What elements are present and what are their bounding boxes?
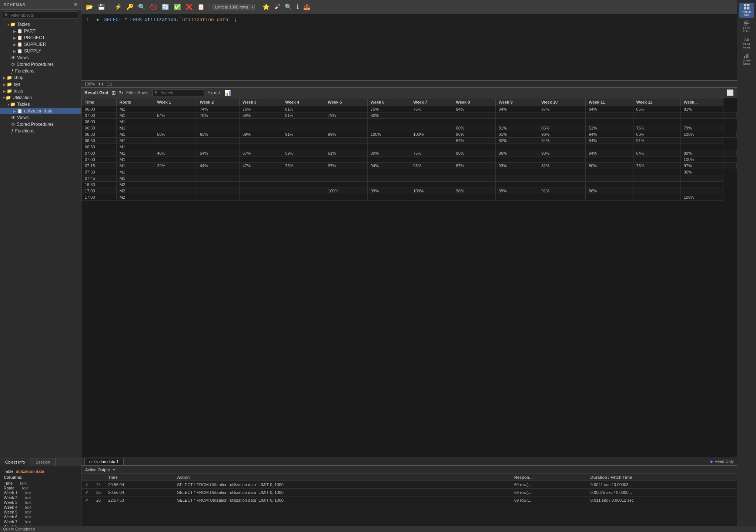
table-cell[interactable] <box>282 144 325 150</box>
query-stats-btn[interactable]: QueryStats <box>739 52 754 67</box>
result-grid-btn[interactable]: ResultGrid <box>739 3 754 18</box>
table-cell[interactable]: 06:30 <box>82 131 117 138</box>
copy-btn[interactable]: 📋 <box>196 3 206 11</box>
table-cell[interactable] <box>495 169 538 175</box>
table-cell[interactable]: 84% <box>586 138 633 144</box>
table-cell[interactable]: 86% <box>453 150 495 156</box>
table-cell[interactable] <box>367 125 410 131</box>
result-search-input[interactable] <box>153 90 204 96</box>
save-btn[interactable]: 💾 <box>96 3 107 11</box>
table-cell[interactable]: 76% <box>633 125 680 131</box>
table-cell[interactable]: M1 <box>116 169 154 175</box>
table-cell[interactable] <box>154 194 197 201</box>
table-cell[interactable]: 86% <box>495 150 538 156</box>
sidebar-item-SUPPLIER[interactable]: ▶ 📋 SUPPLIER <box>0 41 81 48</box>
table-cell[interactable] <box>325 144 367 150</box>
table-cell[interactable]: 74% <box>197 106 239 112</box>
execute-btn[interactable]: ⚡ <box>113 3 123 11</box>
table-cell[interactable]: 07:00 <box>82 156 117 163</box>
table-cell[interactable] <box>680 182 723 188</box>
table-cell[interactable]: 75% <box>410 150 453 156</box>
table-cell[interactable] <box>633 144 680 150</box>
check-btn[interactable]: ✅ <box>172 3 183 11</box>
table-cell[interactable] <box>325 169 367 175</box>
table-cell[interactable]: 98% <box>453 188 495 194</box>
table-cell[interactable]: 99% <box>495 188 538 194</box>
table-cell[interactable] <box>538 156 586 163</box>
table-cell[interactable] <box>495 194 538 201</box>
table-cell[interactable] <box>586 194 633 201</box>
table-cell[interactable]: 84% <box>495 106 538 112</box>
table-cell[interactable]: 36% <box>680 169 723 175</box>
table-cell[interactable] <box>282 156 325 163</box>
tab-object-info[interactable]: Object Info <box>0 458 30 466</box>
table-cell[interactable] <box>154 106 197 112</box>
table-cell[interactable] <box>410 144 453 150</box>
table-cell[interactable]: 81% <box>680 106 723 112</box>
table-cell[interactable] <box>325 138 367 144</box>
table-cell[interactable]: 93% <box>495 163 538 169</box>
table-cell[interactable]: 100% <box>325 188 367 194</box>
table-cell[interactable] <box>197 182 239 188</box>
table-cell[interactable] <box>495 112 538 119</box>
stop-btn[interactable]: 🚫 <box>148 3 159 11</box>
export-btn2[interactable]: 📤 <box>302 3 312 11</box>
table-cell[interactable] <box>239 144 282 150</box>
open-file-btn[interactable]: 📂 <box>84 3 95 11</box>
table-cell[interactable]: 94% <box>586 150 633 156</box>
zoom-adjust-btn[interactable]: ⬆⬇ <box>98 82 104 86</box>
table-cell[interactable] <box>586 182 633 188</box>
table-cell[interactable]: 89% <box>680 150 723 156</box>
table-cell[interactable] <box>197 169 239 175</box>
table-cell[interactable]: 07:45 <box>82 175 117 182</box>
table-cell[interactable]: 07:00 <box>82 112 117 119</box>
table-cell[interactable] <box>367 194 410 201</box>
sidebar-settings-icon[interactable]: ⚙ <box>74 2 78 7</box>
table-cell[interactable] <box>325 119 367 125</box>
refresh-btn[interactable]: 🔄 <box>160 3 171 11</box>
table-cell[interactable] <box>453 119 495 125</box>
sidebar-item-tables[interactable]: ▾ 📁 Tables <box>0 21 81 28</box>
table-cell[interactable]: 100% <box>680 131 723 138</box>
table-cell[interactable]: M1 <box>116 175 154 182</box>
sidebar-item-views1[interactable]: ▶ 👁 Views <box>0 54 81 61</box>
table-cell[interactable] <box>723 150 737 156</box>
table-cell[interactable]: 84% <box>633 150 680 156</box>
table-cell[interactable]: 100% <box>680 194 723 201</box>
table-cell[interactable]: 44% <box>197 163 239 169</box>
table-cell[interactable] <box>410 169 453 175</box>
table-cell[interactable] <box>586 169 633 175</box>
table-cell[interactable]: 99% <box>325 131 367 138</box>
table-cell[interactable]: 100% <box>367 131 410 138</box>
table-cell[interactable]: 84% <box>453 106 495 112</box>
table-cell[interactable]: 82% <box>495 138 538 144</box>
table-cell[interactable]: 84% <box>453 138 495 144</box>
table-cell[interactable]: 61% <box>495 131 538 138</box>
table-cell[interactable] <box>197 144 239 150</box>
table-cell[interactable]: 47% <box>239 163 282 169</box>
table-cell[interactable]: 82% <box>538 163 586 169</box>
table-cell[interactable] <box>410 119 453 125</box>
grid-view-btn[interactable]: ⊞ <box>111 90 116 96</box>
refresh-grid-btn[interactable]: ↻ <box>119 90 123 96</box>
table-cell[interactable] <box>410 156 453 163</box>
table-cell[interactable] <box>538 112 586 119</box>
table-cell[interactable]: 100% <box>410 131 453 138</box>
table-cell[interactable] <box>453 182 495 188</box>
table-cell[interactable] <box>453 194 495 201</box>
table-cell[interactable] <box>325 175 367 182</box>
table-cell[interactable] <box>538 169 586 175</box>
table-cell[interactable] <box>154 144 197 150</box>
table-cell[interactable]: 79% <box>680 125 723 131</box>
action-dropdown-icon[interactable]: ▾ <box>113 467 115 472</box>
table-cell[interactable]: 59% <box>282 150 325 156</box>
table-cell[interactable] <box>197 119 239 125</box>
table-cell[interactable]: 66% <box>453 125 495 131</box>
table-cell[interactable] <box>586 119 633 125</box>
table-cell[interactable]: 94% <box>367 163 410 169</box>
table-cell[interactable]: 51% <box>586 125 633 131</box>
table-cell[interactable] <box>538 194 586 201</box>
table-cell[interactable] <box>495 182 538 188</box>
table-cell[interactable] <box>723 131 737 138</box>
table-cell[interactable] <box>453 144 495 150</box>
